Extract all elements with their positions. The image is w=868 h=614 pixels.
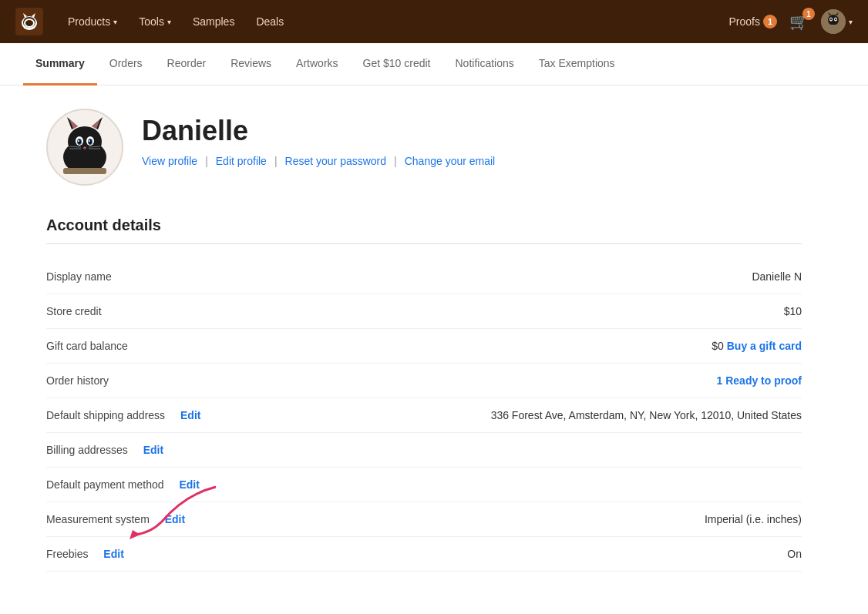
tab-summary[interactable]: Summary bbox=[23, 43, 97, 86]
profile-actions: View profile | Edit profile | Reset your… bbox=[142, 155, 495, 167]
proofs-badge: 1 bbox=[763, 15, 777, 29]
sub-nav: Summary Orders Reorder Reviews Artworks … bbox=[0, 43, 868, 86]
ready-to-proof-link[interactable]: 1 Ready to proof bbox=[717, 374, 802, 387]
svg-point-27 bbox=[78, 139, 81, 144]
value-shipping-address: 336 Forest Ave, Amsterdam, NY, New York,… bbox=[491, 409, 802, 421]
cart-icon[interactable]: 🛒 1 bbox=[789, 12, 809, 31]
chevron-down-icon: ▾ bbox=[113, 18, 117, 26]
tab-notifications[interactable]: Notifications bbox=[443, 43, 527, 86]
svg-point-28 bbox=[89, 139, 92, 144]
row-store-credit: Store credit $10 bbox=[46, 294, 802, 329]
tab-artworks[interactable]: Artworks bbox=[284, 43, 350, 86]
user-chevron-icon: ▾ bbox=[849, 18, 853, 26]
label-billing-address: Billing addresses Edit bbox=[46, 444, 216, 456]
row-display-name: Display name Danielle N bbox=[46, 260, 802, 294]
nav-deals[interactable]: Deals bbox=[247, 9, 293, 34]
edit-shipping-link[interactable]: Edit bbox=[180, 409, 200, 421]
row-freebies: Freebies Edit On bbox=[46, 537, 802, 572]
value-store-credit: $10 bbox=[784, 305, 802, 317]
value-freebies: On bbox=[787, 548, 802, 560]
svg-point-14 bbox=[835, 18, 836, 20]
svg-point-13 bbox=[830, 18, 832, 20]
row-shipping-address: Default shipping address Edit 336 Forest… bbox=[46, 398, 802, 433]
top-nav: Products ▾ Tools ▾ Samples Deals Proofs … bbox=[0, 0, 868, 43]
edit-payment-link[interactable]: Edit bbox=[179, 478, 199, 491]
profile-info: Danielle View profile | Edit profile | R… bbox=[142, 109, 495, 167]
tab-orders[interactable]: Orders bbox=[97, 43, 155, 86]
edit-freebies-link[interactable]: Edit bbox=[103, 548, 123, 560]
row-measurement: Measurement system Edit Imperial (i.e. i… bbox=[46, 502, 802, 537]
change-email-link[interactable]: Change your email bbox=[405, 155, 496, 167]
view-profile-link[interactable]: View profile bbox=[142, 155, 197, 167]
svg-point-5 bbox=[25, 20, 33, 26]
edit-billing-link[interactable]: Edit bbox=[143, 444, 163, 456]
buy-gift-card-link[interactable]: Buy a gift card bbox=[727, 340, 802, 352]
cart-badge: 1 bbox=[802, 8, 815, 20]
svg-rect-15 bbox=[829, 25, 838, 27]
label-payment-method: Default payment method Edit bbox=[46, 478, 216, 491]
row-gift-card: Gift card balance $0 Buy a gift card bbox=[46, 329, 802, 364]
divider-3: | bbox=[394, 155, 397, 167]
label-shipping-address: Default shipping address Edit bbox=[46, 409, 216, 421]
logo[interactable] bbox=[15, 8, 43, 35]
avatar bbox=[46, 109, 123, 186]
value-gift-card: $0 Buy a gift card bbox=[712, 340, 802, 352]
tab-get-credit[interactable]: Get $10 credit bbox=[351, 43, 443, 86]
tab-tax-exemptions[interactable]: Tax Exemptions bbox=[527, 43, 627, 86]
proofs-button[interactable]: Proofs 1 bbox=[729, 15, 777, 29]
label-measurement: Measurement system Edit bbox=[46, 513, 216, 525]
label-gift-card: Gift card balance bbox=[46, 340, 216, 352]
value-display-name: Danielle N bbox=[752, 270, 802, 283]
value-order-history: 1 Ready to proof bbox=[717, 374, 802, 387]
svg-point-30 bbox=[89, 140, 90, 142]
chevron-down-icon: ▾ bbox=[167, 18, 171, 26]
row-billing-address: Billing addresses Edit bbox=[46, 433, 802, 468]
nav-tools[interactable]: Tools ▾ bbox=[130, 9, 180, 34]
tab-reorder[interactable]: Reorder bbox=[155, 43, 219, 86]
edit-measurement-link[interactable]: Edit bbox=[165, 513, 185, 525]
gift-card-amount: $0 bbox=[712, 340, 726, 352]
row-order-history: Order history 1 Ready to proof bbox=[46, 364, 802, 398]
value-measurement: Imperial (i.e. inches) bbox=[705, 513, 802, 525]
svg-point-29 bbox=[78, 140, 79, 142]
profile-name: Danielle bbox=[142, 115, 495, 147]
row-payment-method: Default payment method Edit bbox=[46, 468, 802, 502]
nav-products[interactable]: Products ▾ bbox=[59, 9, 126, 34]
svg-rect-36 bbox=[63, 168, 106, 174]
nav-samples[interactable]: Samples bbox=[183, 9, 244, 34]
divider-1: | bbox=[205, 155, 208, 167]
tab-reviews[interactable]: Reviews bbox=[218, 43, 284, 86]
divider-2: | bbox=[274, 155, 278, 167]
edit-profile-link[interactable]: Edit profile bbox=[216, 155, 267, 167]
svg-point-18 bbox=[68, 126, 102, 157]
label-store-credit: Store credit bbox=[46, 305, 216, 317]
details-divider bbox=[46, 243, 802, 244]
account-details-title: Account details bbox=[46, 216, 802, 234]
main-content: Danielle View profile | Edit profile | R… bbox=[0, 86, 848, 595]
reset-password-link[interactable]: Reset your password bbox=[285, 155, 387, 167]
profile-section: Danielle View profile | Edit profile | R… bbox=[46, 109, 802, 186]
label-freebies: Freebies Edit bbox=[46, 548, 216, 560]
label-display-name: Display name bbox=[46, 270, 216, 283]
user-menu[interactable]: ▾ bbox=[821, 9, 853, 34]
label-order-history: Order history bbox=[46, 374, 216, 387]
